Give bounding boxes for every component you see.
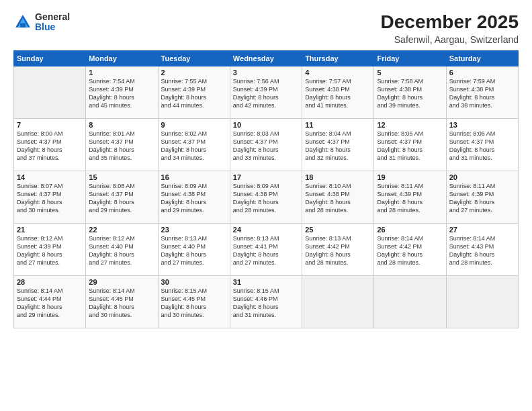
day-number: 11 — [305, 121, 371, 129]
day-info: Sunrise: 7:59 AM Sunset: 4:38 PM Dayligh… — [449, 77, 515, 110]
day-number: 4 — [305, 68, 371, 77]
col-friday: Friday — [374, 50, 446, 66]
day-number: 20 — [449, 173, 515, 181]
calendar-cell — [374, 275, 446, 328]
svg-rect-2 — [20, 24, 26, 28]
logo-icon — [13, 13, 32, 32]
day-number: 16 — [161, 173, 227, 181]
calendar-cell: 2Sunrise: 7:55 AM Sunset: 4:39 PM Daylig… — [158, 66, 230, 118]
calendar-cell: 20Sunrise: 8:11 AM Sunset: 4:39 PM Dayli… — [446, 171, 518, 223]
title-area: December 2025 Safenwil, Aargau, Switzerl… — [381, 12, 519, 45]
calendar-cell: 13Sunrise: 8:06 AM Sunset: 4:37 PM Dayli… — [446, 118, 518, 171]
col-saturday: Saturday — [446, 50, 518, 66]
calendar-cell: 24Sunrise: 8:13 AM Sunset: 4:41 PM Dayli… — [230, 223, 302, 275]
day-info: Sunrise: 8:00 AM Sunset: 4:37 PM Dayligh… — [17, 130, 83, 163]
day-number: 28 — [17, 278, 83, 286]
calendar-week-row: 14Sunrise: 8:07 AM Sunset: 4:37 PM Dayli… — [14, 171, 519, 223]
day-info: Sunrise: 7:54 AM Sunset: 4:39 PM Dayligh… — [89, 77, 154, 110]
day-number: 8 — [89, 121, 154, 129]
calendar-cell: 18Sunrise: 8:10 AM Sunset: 4:38 PM Dayli… — [302, 171, 374, 223]
calendar-cell: 22Sunrise: 8:12 AM Sunset: 4:40 PM Dayli… — [86, 223, 158, 275]
calendar-week-row: 21Sunrise: 8:12 AM Sunset: 4:39 PM Dayli… — [14, 223, 519, 275]
calendar-cell: 31Sunrise: 8:15 AM Sunset: 4:46 PM Dayli… — [230, 275, 302, 328]
day-number: 10 — [233, 121, 299, 129]
logo-text: General Blue — [35, 12, 70, 33]
logo-blue: Blue — [35, 22, 70, 32]
calendar-cell — [446, 275, 518, 328]
day-info: Sunrise: 8:12 AM Sunset: 4:40 PM Dayligh… — [89, 234, 154, 267]
day-number: 23 — [161, 226, 227, 234]
calendar-cell: 23Sunrise: 8:13 AM Sunset: 4:40 PM Dayli… — [158, 223, 230, 275]
calendar-cell: 27Sunrise: 8:14 AM Sunset: 4:43 PM Dayli… — [446, 223, 518, 275]
calendar-cell — [302, 275, 374, 328]
calendar-cell: 4Sunrise: 7:57 AM Sunset: 4:38 PM Daylig… — [302, 66, 374, 118]
day-info: Sunrise: 8:14 AM Sunset: 4:44 PM Dayligh… — [17, 287, 83, 320]
day-number: 30 — [161, 278, 227, 286]
logo-general: General — [35, 12, 70, 22]
col-wednesday: Wednesday — [230, 50, 302, 66]
day-info: Sunrise: 8:13 AM Sunset: 4:41 PM Dayligh… — [233, 234, 299, 267]
day-info: Sunrise: 8:12 AM Sunset: 4:39 PM Dayligh… — [17, 234, 83, 267]
day-number: 3 — [233, 68, 299, 77]
day-info: Sunrise: 8:07 AM Sunset: 4:37 PM Dayligh… — [17, 182, 83, 215]
calendar-week-row: 7Sunrise: 8:00 AM Sunset: 4:37 PM Daylig… — [14, 118, 519, 171]
calendar-cell: 3Sunrise: 7:56 AM Sunset: 4:39 PM Daylig… — [230, 66, 302, 118]
day-number: 31 — [233, 278, 299, 286]
day-number: 7 — [17, 121, 83, 129]
day-number: 1 — [89, 68, 154, 77]
day-info: Sunrise: 8:11 AM Sunset: 4:39 PM Dayligh… — [449, 182, 515, 215]
day-info: Sunrise: 8:01 AM Sunset: 4:37 PM Dayligh… — [89, 130, 154, 163]
calendar-cell: 9Sunrise: 8:02 AM Sunset: 4:37 PM Daylig… — [158, 118, 230, 171]
calendar-week-row: 28Sunrise: 8:14 AM Sunset: 4:44 PM Dayli… — [14, 275, 519, 328]
calendar: Sunday Monday Tuesday Wednesday Thursday… — [13, 50, 519, 328]
day-info: Sunrise: 8:14 AM Sunset: 4:42 PM Dayligh… — [377, 234, 443, 267]
day-number: 15 — [89, 173, 154, 181]
day-info: Sunrise: 8:04 AM Sunset: 4:37 PM Dayligh… — [305, 130, 371, 163]
day-info: Sunrise: 8:13 AM Sunset: 4:40 PM Dayligh… — [161, 234, 227, 267]
day-info: Sunrise: 8:09 AM Sunset: 4:38 PM Dayligh… — [161, 182, 227, 215]
day-number: 26 — [377, 226, 443, 234]
day-number: 9 — [161, 121, 227, 129]
day-info: Sunrise: 8:06 AM Sunset: 4:37 PM Dayligh… — [449, 130, 515, 163]
day-info: Sunrise: 8:13 AM Sunset: 4:42 PM Dayligh… — [305, 234, 371, 267]
header: General Blue December 2025 Safenwil, Aar… — [13, 12, 519, 45]
day-number: 21 — [17, 226, 83, 234]
calendar-cell: 16Sunrise: 8:09 AM Sunset: 4:38 PM Dayli… — [158, 171, 230, 223]
logo: General Blue — [13, 12, 70, 33]
day-number: 27 — [449, 226, 515, 234]
calendar-week-row: 1Sunrise: 7:54 AM Sunset: 4:39 PM Daylig… — [14, 66, 519, 118]
day-number: 6 — [449, 68, 515, 77]
day-info: Sunrise: 8:15 AM Sunset: 4:45 PM Dayligh… — [161, 287, 227, 320]
calendar-cell: 7Sunrise: 8:00 AM Sunset: 4:37 PM Daylig… — [14, 118, 86, 171]
calendar-cell: 17Sunrise: 8:09 AM Sunset: 4:38 PM Dayli… — [230, 171, 302, 223]
day-number: 29 — [89, 278, 154, 286]
calendar-cell: 11Sunrise: 8:04 AM Sunset: 4:37 PM Dayli… — [302, 118, 374, 171]
day-info: Sunrise: 8:09 AM Sunset: 4:38 PM Dayligh… — [233, 182, 299, 215]
day-number: 19 — [377, 173, 443, 181]
calendar-cell: 26Sunrise: 8:14 AM Sunset: 4:42 PM Dayli… — [374, 223, 446, 275]
day-number: 14 — [17, 173, 83, 181]
day-info: Sunrise: 8:15 AM Sunset: 4:46 PM Dayligh… — [233, 287, 299, 320]
day-info: Sunrise: 8:08 AM Sunset: 4:37 PM Dayligh… — [89, 182, 154, 215]
location: Safenwil, Aargau, Switzerland — [381, 34, 519, 45]
col-monday: Monday — [86, 50, 158, 66]
col-tuesday: Tuesday — [158, 50, 230, 66]
day-info: Sunrise: 7:55 AM Sunset: 4:39 PM Dayligh… — [161, 77, 227, 110]
calendar-cell: 8Sunrise: 8:01 AM Sunset: 4:37 PM Daylig… — [86, 118, 158, 171]
day-number: 24 — [233, 226, 299, 234]
day-info: Sunrise: 8:14 AM Sunset: 4:45 PM Dayligh… — [89, 287, 154, 320]
calendar-cell: 29Sunrise: 8:14 AM Sunset: 4:45 PM Dayli… — [86, 275, 158, 328]
calendar-cell — [14, 66, 86, 118]
calendar-cell: 28Sunrise: 8:14 AM Sunset: 4:44 PM Dayli… — [14, 275, 86, 328]
day-number: 18 — [305, 173, 371, 181]
day-info: Sunrise: 8:10 AM Sunset: 4:38 PM Dayligh… — [305, 182, 371, 215]
day-number: 17 — [233, 173, 299, 181]
day-info: Sunrise: 8:11 AM Sunset: 4:39 PM Dayligh… — [377, 182, 443, 215]
calendar-cell: 21Sunrise: 8:12 AM Sunset: 4:39 PM Dayli… — [14, 223, 86, 275]
day-number: 25 — [305, 226, 371, 234]
calendar-cell: 12Sunrise: 8:05 AM Sunset: 4:37 PM Dayli… — [374, 118, 446, 171]
day-info: Sunrise: 7:56 AM Sunset: 4:39 PM Dayligh… — [233, 77, 299, 110]
calendar-cell: 25Sunrise: 8:13 AM Sunset: 4:42 PM Dayli… — [302, 223, 374, 275]
day-number: 12 — [377, 121, 443, 129]
calendar-cell: 6Sunrise: 7:59 AM Sunset: 4:38 PM Daylig… — [446, 66, 518, 118]
